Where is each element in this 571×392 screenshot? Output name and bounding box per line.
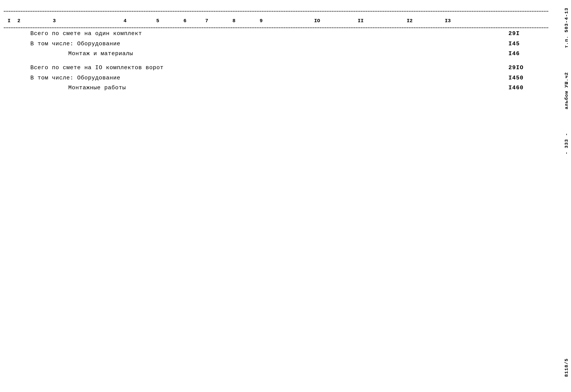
row-total-one-complex: Всего по смете на один комплект 29I xyxy=(30,30,546,37)
col-header-2: 2 xyxy=(17,18,20,24)
col-header-1: I xyxy=(8,18,11,24)
row-montage-works: Монтажные работы I460 xyxy=(30,84,546,91)
row-label-4: Всего по смете на IO комплектов ворот xyxy=(30,64,508,71)
page-container: I23456789IOIII2I3 Всего по смете на один… xyxy=(0,0,571,392)
row-value-4: 29IO xyxy=(508,64,546,71)
vertical-text-stamp: 8118/5 xyxy=(564,358,569,377)
col-header-12: I2 xyxy=(407,18,413,24)
col-header-5: 5 xyxy=(156,18,159,24)
col-header-11: II xyxy=(358,18,364,24)
header-row: I23456789IOIII2I3 xyxy=(4,16,548,26)
col-header-4: 4 xyxy=(124,18,127,24)
vertical-text-doc-number: т.п. 503-4-13 xyxy=(564,8,569,48)
row-value-3: I46 xyxy=(508,50,546,57)
col-header-6: 6 xyxy=(184,18,186,24)
row-label-3: Монтаж и материалы xyxy=(30,50,508,57)
row-value-2: I45 xyxy=(508,41,546,47)
row-label-1: Всего по смете на один комплект xyxy=(30,30,508,37)
col-header-13: I3 xyxy=(445,18,451,24)
row-equipment-2: В том числе: Оборудование I450 xyxy=(30,75,546,81)
row-value-1: 29I xyxy=(508,30,546,37)
top-dashed-line xyxy=(4,11,548,12)
col-header-8: 8 xyxy=(232,18,235,24)
row-label-6: Монтажные работы xyxy=(30,84,508,91)
col-header-9: 9 xyxy=(260,18,263,24)
right-panel: т.п. 503-4-13 альбом УШ.ч2 - 333 - 8118/… xyxy=(550,0,571,392)
vertical-text-album: альбом УШ.ч2 xyxy=(564,72,569,109)
row-label-5: В том числе: Оборудование xyxy=(30,75,508,81)
row-montage-materials: Монтаж и материалы I46 xyxy=(30,50,546,57)
col-header-3: 3 xyxy=(53,18,56,24)
row-value-5: I450 xyxy=(508,75,546,81)
vertical-text-page-number: - 333 - xyxy=(564,133,569,154)
row-value-6: I460 xyxy=(508,84,546,91)
row-equipment-1: В том числе: Оборудование I45 xyxy=(30,41,546,47)
bottom-dashed-line xyxy=(4,28,548,28)
col-header-7: 7 xyxy=(205,18,208,24)
col-header-10: IO xyxy=(314,18,320,24)
row-total-ten-complex: Всего по смете на IO комплектов ворот 29… xyxy=(30,64,546,71)
row-label-2: В том числе: Оборудование xyxy=(30,41,508,47)
